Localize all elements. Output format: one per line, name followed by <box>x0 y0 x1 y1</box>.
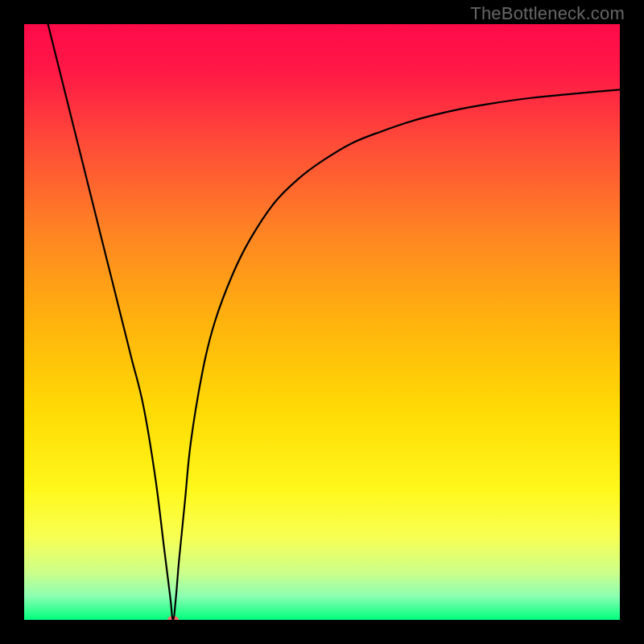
bottleneck-chart <box>24 24 620 620</box>
gradient-background <box>24 24 620 620</box>
chart-outer-frame: TheBottleneck.com <box>0 0 644 644</box>
watermark-text: TheBottleneck.com <box>470 3 625 24</box>
plot-area <box>24 24 620 620</box>
